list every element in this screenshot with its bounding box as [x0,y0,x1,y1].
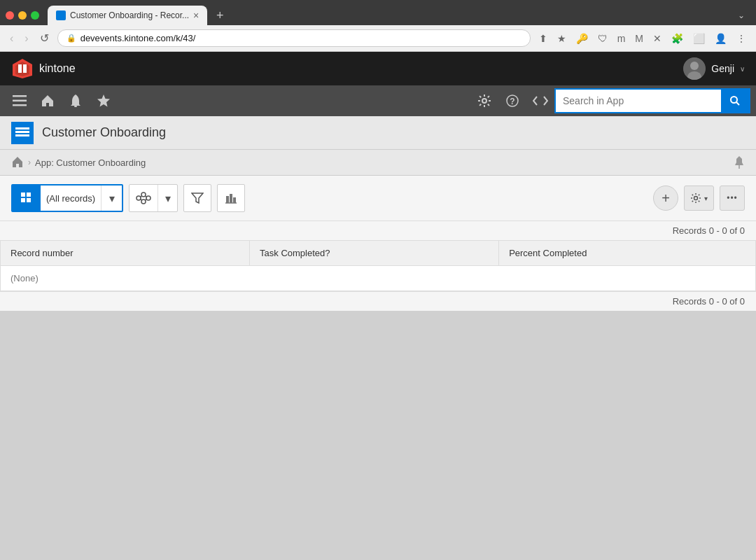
breadcrumb-row: › App: Customer Onboarding [0,150,756,176]
column-record-number: Record number [1,241,250,266]
user-avatar [683,57,706,80]
more-options-button[interactable]: ••• [720,186,745,211]
home-nav-button[interactable] [34,85,62,116]
chart-button[interactable] [217,184,245,212]
svg-rect-11 [74,106,77,107]
menu-icon[interactable]: ⋮ [734,31,749,46]
grid-view-icon[interactable] [13,184,41,212]
share-icon[interactable]: ⬆ [536,31,550,46]
svg-rect-18 [15,127,29,130]
search-area[interactable] [554,88,750,113]
ext3-icon[interactable]: ✕ [650,31,664,46]
minimize-window-button[interactable] [18,11,27,20]
svg-rect-23 [21,192,25,197]
kintone-logo-text: kintone [39,62,76,75]
kintone-logo: kintone [11,57,76,80]
window-controls [6,11,39,20]
breadcrumb-home-icon[interactable] [11,156,24,169]
kintone-header: kintone Genji ∨ [0,52,756,85]
tab-bar: Customer Onboarding - Recor... × + ⌄ [0,0,756,25]
favorites-button[interactable] [90,85,118,116]
notifications-button[interactable] [62,85,90,116]
split-view-icon[interactable]: ⬜ [690,31,708,46]
developer-button[interactable] [526,85,554,116]
refresh-button[interactable]: ↺ [37,30,52,46]
table-header: Record number Task Completed? Percent Co… [1,241,756,266]
address-text: devevents.kintone.com/k/43/ [80,33,196,43]
svg-point-29 [146,196,150,200]
svg-line-17 [736,102,739,105]
svg-point-39 [694,197,698,200]
breadcrumb-text: App: Customer Onboarding [35,158,146,168]
ext2-icon[interactable]: M [632,31,646,46]
view-dropdown-button[interactable]: ▾ [101,184,122,212]
svg-point-27 [136,196,141,200]
search-input[interactable] [556,95,721,106]
code-icon [533,95,548,106]
svg-rect-26 [27,198,31,202]
svg-point-30 [141,200,146,204]
kintone-logo-icon [11,57,34,80]
app-title: Customer Onboarding [42,125,166,140]
address-bar[interactable]: 🔒 devevents.kintone.com/k/43/ [57,29,531,47]
browser-chrome: Customer Onboarding - Recor... × + ⌄ ‹ ›… [0,0,756,52]
new-tab-button[interactable]: + [210,6,230,25]
close-window-button[interactable] [6,11,14,20]
network-icon [136,192,151,204]
svg-text:?: ? [510,97,514,106]
help-icon: ? [505,94,519,108]
svg-point-28 [141,192,146,197]
back-button[interactable]: ‹ [7,31,16,46]
active-tab[interactable]: Customer Onboarding - Recor... × [48,6,207,25]
toolbar: (All records) ▾ ▾ [0,176,756,221]
app-header-bar: Customer Onboarding [0,116,756,150]
svg-rect-25 [21,198,25,202]
hamburger-menu-button[interactable] [6,85,34,116]
view-selector[interactable]: (All records) ▾ [11,184,123,212]
svg-point-5 [690,62,699,70]
user-menu[interactable]: Genji ∨ [683,57,745,80]
graph-view-button[interactable]: ▾ [129,184,178,212]
svg-rect-36 [230,194,232,203]
profile-icon[interactable]: 👤 [712,31,729,46]
browser-actions: ⬆ ★ 🔑 🛡 m M ✕ 🧩 ⬜ 👤 ⋮ [536,31,749,46]
ext1-icon[interactable]: m [615,31,629,46]
add-record-button[interactable]: + [653,186,678,211]
svg-rect-9 [13,104,27,106]
avatar-image [683,57,706,80]
app-settings-button[interactable] [470,85,498,116]
table-body: (None) [1,266,756,291]
column-task-completed: Task Completed? [250,241,499,266]
forward-button[interactable]: › [22,31,31,46]
record-settings-button[interactable]: ▾ [684,186,714,211]
settings-dropdown-arrow: ▾ [704,195,708,202]
maximize-window-button[interactable] [31,11,39,20]
filter-icon [191,192,204,204]
hamburger-icon [13,95,27,106]
svg-line-31 [141,196,141,197]
search-button[interactable] [721,90,749,112]
app-view-icon [11,122,34,144]
svg-line-32 [146,196,146,197]
pin-icon[interactable] [734,155,745,169]
svg-marker-12 [97,94,110,107]
data-table: Record number Task Completed? Percent Co… [0,240,756,291]
view-label: (All records) [41,193,101,204]
svg-line-33 [146,199,146,200]
password-icon[interactable]: 🔑 [573,31,591,46]
tab-close-button[interactable]: × [193,10,199,21]
graph-icon[interactable] [130,184,158,212]
extensions-icon[interactable]: 🧩 [668,31,686,46]
graph-dropdown-button[interactable]: ▾ [158,184,177,212]
blocker-icon[interactable]: 🛡 [595,31,610,46]
filter-button[interactable] [183,184,211,212]
browser-arrows: ⌄ [732,10,750,20]
svg-rect-8 [13,100,27,102]
svg-rect-24 [27,192,31,197]
column-percent-completed: Percent Completed [499,241,756,266]
records-count-top: Records 0 - 0 of 0 [0,221,756,240]
help-button[interactable]: ? [498,85,526,116]
svg-rect-37 [233,197,236,203]
bookmark-icon[interactable]: ★ [554,31,569,46]
gear-nav-icon [477,94,491,108]
